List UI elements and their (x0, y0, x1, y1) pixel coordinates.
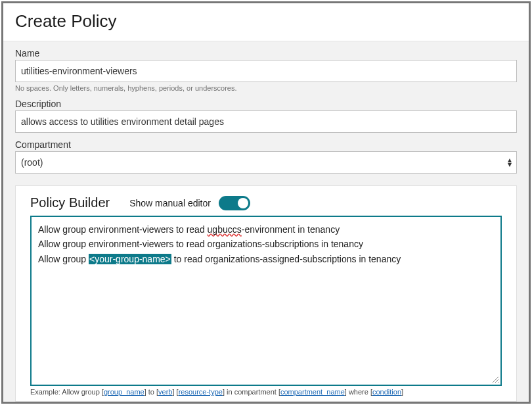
name-label: Name (15, 48, 517, 59)
manual-editor-toggle-group: Show manual editor (129, 196, 250, 210)
description-input[interactable] (15, 110, 517, 133)
policy-line: Allow group environment-viewers to read … (38, 237, 494, 251)
dialog-header: Create Policy (3, 3, 529, 41)
svg-line-2 (498, 382, 499, 383)
compartment-label: Compartment (15, 139, 517, 150)
name-hint: No spaces. Only letters, numerals, hyphe… (15, 84, 517, 92)
example-compartment-name-link[interactable]: compartment_name (280, 388, 345, 396)
description-label: Description (15, 99, 517, 109)
misspelled-token: ugbuccs (208, 224, 242, 235)
example-resource-type-link[interactable]: resource-type (179, 388, 223, 396)
compartment-field: Compartment ▴▾ (15, 139, 517, 174)
policy-line: Allow group environment-viewers to read … (38, 222, 494, 237)
example-condition-link[interactable]: condition (372, 388, 401, 396)
policy-builder-panel: Policy Builder Show manual editor Allow … (15, 185, 517, 402)
resize-handle-icon (491, 375, 499, 383)
policy-builder-title: Policy Builder (30, 195, 110, 210)
name-input[interactable] (15, 60, 517, 82)
policy-statements-editor[interactable]: Allow group environment-viewers to read … (30, 216, 502, 386)
form-area: Name No spaces. Only letters, numerals, … (3, 41, 529, 402)
example-group-name-link[interactable]: group_name (104, 388, 144, 396)
manual-editor-toggle-label: Show manual editor (129, 198, 211, 208)
svg-line-1 (495, 379, 499, 383)
selected-placeholder-token: <your-group-name> (89, 254, 171, 264)
name-field: Name No spaces. Only letters, numerals, … (15, 48, 517, 92)
example-verb-link[interactable]: verb (158, 388, 172, 396)
policy-line: Allow group <your-group-name> to read or… (38, 252, 494, 266)
compartment-select[interactable] (15, 151, 517, 174)
page-title: Create Policy (15, 11, 517, 32)
manual-editor-toggle[interactable] (219, 196, 250, 210)
description-field: Description (15, 99, 517, 133)
policy-example-hint: Example: Allow group [group_name] to [ve… (30, 388, 502, 396)
svg-line-0 (493, 377, 499, 383)
create-policy-dialog: Create Policy Name No spaces. Only lette… (1, 1, 531, 404)
